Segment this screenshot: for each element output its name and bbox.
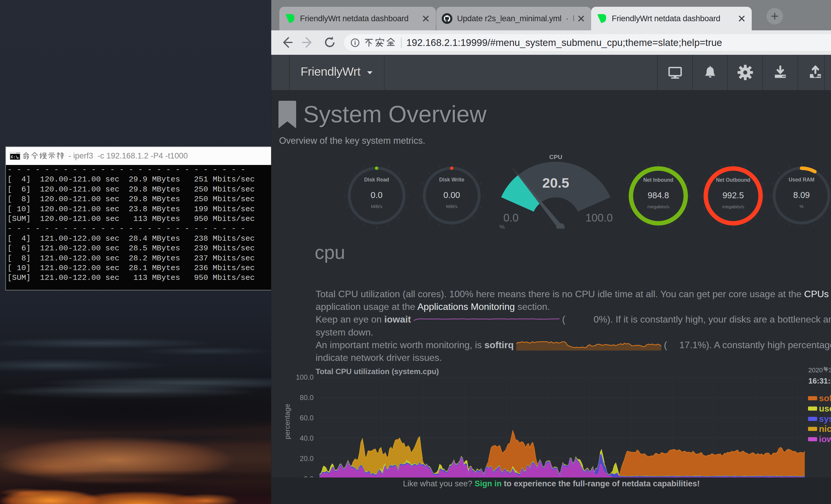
svg-text:%: %	[800, 204, 804, 209]
svg-text:Net Inbound: Net Inbound	[643, 177, 674, 183]
svg-text:C:\: C:\	[11, 155, 18, 159]
svg-text:megabits/s: megabits/s	[722, 204, 744, 209]
svg-text:0.00: 0.00	[443, 190, 460, 200]
svg-text:8.09: 8.09	[793, 190, 810, 200]
svg-text:Net Outbound: Net Outbound	[716, 177, 750, 183]
svg-text:992.5: 992.5	[722, 190, 744, 200]
svg-text:984.8: 984.8	[648, 190, 669, 200]
svg-text:MiB/s: MiB/s	[446, 204, 458, 209]
svg-text:%: %	[499, 224, 505, 229]
svg-text:0.0: 0.0	[503, 212, 518, 224]
svg-text:Used RAM: Used RAM	[789, 177, 814, 183]
svg-text:MiB/s: MiB/s	[371, 204, 382, 209]
svg-text:20.5: 20.5	[542, 175, 569, 190]
svg-text:Disk Read: Disk Read	[364, 177, 389, 183]
svg-text:100.0: 100.0	[585, 212, 613, 224]
svg-text:0.0: 0.0	[371, 190, 382, 200]
svg-text:megabits/s: megabits/s	[648, 204, 669, 209]
svg-text:Disk Write: Disk Write	[439, 177, 464, 183]
svg-text:CPU: CPU	[549, 153, 562, 160]
